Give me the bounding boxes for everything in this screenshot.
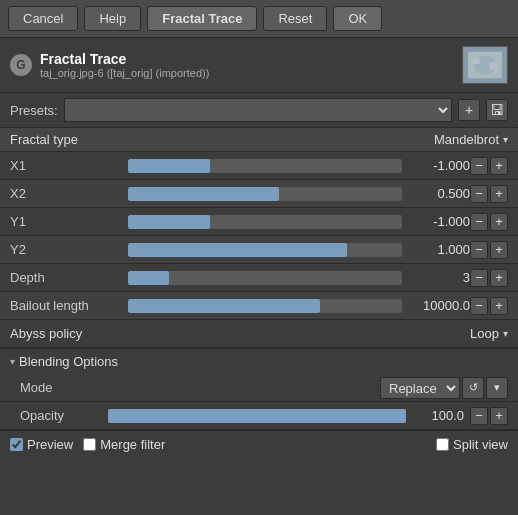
blend-mode-select-wrap: Replace Normal Multiply Screen ↺ ▾ bbox=[380, 377, 508, 399]
param-plus-x1[interactable]: + bbox=[490, 157, 508, 175]
param-slider-depth[interactable] bbox=[128, 271, 402, 285]
param-controls-y1: − + bbox=[470, 213, 508, 231]
opacity-row: Opacity 100.0 − + bbox=[0, 402, 518, 430]
ok-button[interactable]: OK bbox=[333, 6, 382, 31]
param-label-x2: X2 bbox=[10, 186, 120, 201]
blend-mode-select[interactable]: Replace Normal Multiply Screen bbox=[380, 377, 460, 399]
plugin-subtitle: taj_orig.jpg-6 ([taj_orig] (imported)) bbox=[40, 67, 454, 79]
presets-row: Presets: + 🖫 bbox=[0, 93, 518, 128]
param-row-bailout: Bailout length 10000.0 − + bbox=[0, 292, 518, 320]
opacity-plus-button[interactable]: + bbox=[490, 407, 508, 425]
param-plus-y1[interactable]: + bbox=[490, 213, 508, 231]
param-row-y1: Y1 -1.000 − + bbox=[0, 208, 518, 236]
param-slider-y2[interactable] bbox=[128, 243, 402, 257]
blending-chevron: ▾ bbox=[10, 356, 15, 367]
param-slider-x2[interactable] bbox=[128, 187, 402, 201]
reset-icon: ↺ bbox=[469, 381, 478, 394]
param-value-x1: -1.000 bbox=[410, 158, 470, 173]
toolbar: Cancel Help Fractal Trace Reset OK bbox=[0, 0, 518, 38]
save-preset-button[interactable]: 🖫 bbox=[486, 99, 508, 121]
opacity-label: Opacity bbox=[20, 408, 100, 423]
param-plus-depth[interactable]: + bbox=[490, 269, 508, 287]
param-controls-x2: − + bbox=[470, 185, 508, 203]
fractal-type-row: Fractal type Mandelbrot ▾ bbox=[0, 128, 518, 152]
save-icon: 🖫 bbox=[490, 102, 504, 118]
param-row-x2: X2 0.500 − + bbox=[0, 180, 518, 208]
param-row-y2: Y2 1.000 − + bbox=[0, 236, 518, 264]
param-value-bailout: 10000.0 bbox=[410, 298, 470, 313]
abyss-row: Abyss policy Loop ▾ bbox=[0, 320, 518, 348]
param-minus-depth[interactable]: − bbox=[470, 269, 488, 287]
abyss-value-wrap[interactable]: Loop ▾ bbox=[470, 326, 508, 341]
preview-checkbox[interactable] bbox=[10, 438, 23, 451]
opacity-value: 100.0 bbox=[414, 408, 464, 423]
merge-checkbox[interactable] bbox=[83, 438, 96, 451]
param-minus-y1[interactable]: − bbox=[470, 213, 488, 231]
param-controls-bailout: − + bbox=[470, 297, 508, 315]
help-button[interactable]: Help bbox=[84, 6, 141, 31]
param-controls-x1: − + bbox=[470, 157, 508, 175]
param-value-x2: 0.500 bbox=[410, 186, 470, 201]
param-value-y2: 1.000 bbox=[410, 242, 470, 257]
blend-mode-extra-button[interactable]: ▾ bbox=[486, 377, 508, 399]
opacity-controls: − + bbox=[470, 407, 508, 425]
svg-rect-3 bbox=[473, 58, 481, 64]
merge-text: Merge filter bbox=[100, 437, 165, 452]
plugin-title-group: Fractal Trace taj_orig.jpg-6 ([taj_orig]… bbox=[40, 51, 454, 79]
param-minus-x2[interactable]: − bbox=[470, 185, 488, 203]
split-text: Split view bbox=[453, 437, 508, 452]
blend-mode-reset-button[interactable]: ↺ bbox=[462, 377, 484, 399]
add-preset-button[interactable]: + bbox=[458, 99, 480, 121]
blending-header[interactable]: ▾ Blending Options bbox=[0, 349, 518, 374]
opacity-minus-button[interactable]: − bbox=[470, 407, 488, 425]
param-minus-bailout[interactable]: − bbox=[470, 297, 488, 315]
abyss-label: Abyss policy bbox=[10, 326, 82, 341]
fractal-type-value: Mandelbrot bbox=[434, 132, 499, 147]
fractal-type-value-wrap[interactable]: Mandelbrot ▾ bbox=[434, 132, 508, 147]
plugin-header: G Fractal Trace taj_orig.jpg-6 ([taj_ori… bbox=[0, 38, 518, 93]
preview-text: Preview bbox=[27, 437, 73, 452]
param-label-y1: Y1 bbox=[10, 214, 120, 229]
param-value-y1: -1.000 bbox=[410, 214, 470, 229]
fractal-trace-button[interactable]: Fractal Trace bbox=[147, 6, 257, 31]
blending-header-label: Blending Options bbox=[19, 354, 118, 369]
reset-button[interactable]: Reset bbox=[263, 6, 327, 31]
cancel-button[interactable]: Cancel bbox=[8, 6, 78, 31]
param-slider-bailout[interactable] bbox=[128, 299, 402, 313]
param-minus-y2[interactable]: − bbox=[470, 241, 488, 259]
svg-rect-4 bbox=[490, 62, 498, 70]
split-label[interactable]: Split view bbox=[436, 437, 508, 452]
param-value-depth: 3 bbox=[410, 270, 470, 285]
presets-select[interactable] bbox=[64, 98, 452, 122]
footer-right: Split view bbox=[436, 437, 508, 452]
plugin-icon: G bbox=[10, 54, 32, 76]
param-slider-x1[interactable] bbox=[128, 159, 402, 173]
split-checkbox[interactable] bbox=[436, 438, 449, 451]
param-controls-y2: − + bbox=[470, 241, 508, 259]
param-row-depth: Depth 3 − + bbox=[0, 264, 518, 292]
fractal-type-chevron: ▾ bbox=[503, 134, 508, 145]
params-section: X1 -1.000 − + X2 0.500 − + Y1 -1.000 − + bbox=[0, 152, 518, 320]
param-plus-y2[interactable]: + bbox=[490, 241, 508, 259]
preview-label[interactable]: Preview bbox=[10, 437, 73, 452]
param-label-depth: Depth bbox=[10, 270, 120, 285]
param-label-bailout: Bailout length bbox=[10, 298, 120, 313]
chevron-down-icon: ▾ bbox=[494, 381, 500, 394]
param-minus-x1[interactable]: − bbox=[470, 157, 488, 175]
merge-label[interactable]: Merge filter bbox=[83, 437, 165, 452]
blend-mode-label: Mode bbox=[20, 380, 100, 395]
param-slider-y1[interactable] bbox=[128, 215, 402, 229]
param-label-x1: X1 bbox=[10, 158, 120, 173]
param-label-y2: Y2 bbox=[10, 242, 120, 257]
plugin-title: Fractal Trace bbox=[40, 51, 454, 67]
abyss-chevron: ▾ bbox=[503, 328, 508, 339]
fractal-type-label: Fractal type bbox=[10, 132, 78, 147]
blend-mode-row: Mode Replace Normal Multiply Screen ↺ ▾ bbox=[0, 374, 518, 402]
footer-row: Preview Merge filter Split view bbox=[0, 430, 518, 458]
presets-label: Presets: bbox=[10, 103, 58, 118]
param-row-x1: X1 -1.000 − + bbox=[0, 152, 518, 180]
param-plus-bailout[interactable]: + bbox=[490, 297, 508, 315]
plugin-thumbnail bbox=[462, 46, 508, 84]
param-plus-x2[interactable]: + bbox=[490, 185, 508, 203]
opacity-slider[interactable] bbox=[108, 409, 406, 423]
